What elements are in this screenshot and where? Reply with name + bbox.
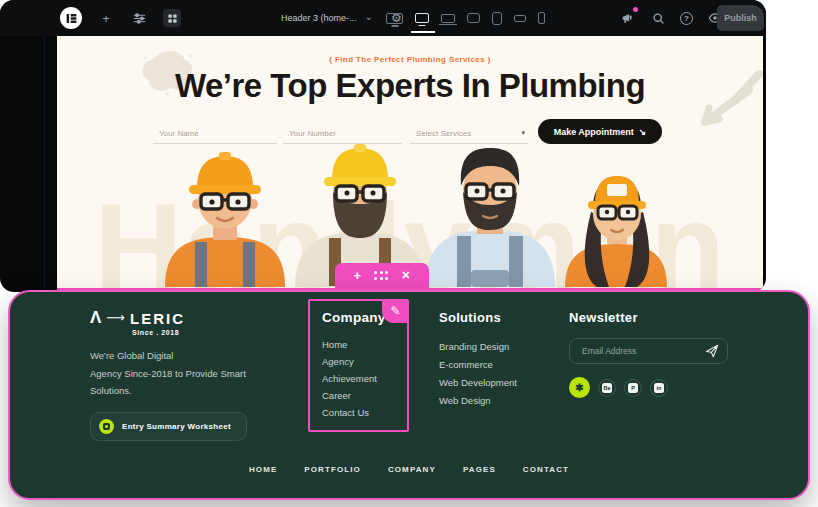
newsletter-column: Newsletter ✱ Be P in [569, 310, 737, 398]
canvas-margin-guide [44, 36, 45, 292]
editor-window: + Header 3 (home-... ⌄ ⚙ [0, 0, 766, 292]
add-element-icon[interactable]: + [97, 9, 115, 27]
notification-dot [633, 7, 638, 12]
email-input[interactable] [570, 339, 727, 363]
dribbble-icon[interactable]: ✱ [569, 377, 590, 398]
solutions-link[interactable]: Web Design [439, 392, 517, 410]
company-link[interactable]: Agency [322, 353, 395, 370]
responsive-device-bar [386, 0, 566, 36]
appointment-form: ▾ Make Appointment ↘ [57, 122, 763, 150]
elementor-logo-icon[interactable] [60, 7, 82, 29]
device-tablet-portrait-icon[interactable] [492, 12, 502, 25]
device-mobile-portrait-icon[interactable] [538, 12, 545, 24]
logo-text: LERIC [130, 310, 185, 327]
behance-icon[interactable]: Be [598, 379, 616, 397]
company-column-selected[interactable]: Company ✎ Home Agency Achievement Career… [308, 299, 409, 432]
screenshot-stage: + Header 3 (home-... ⌄ ⚙ [0, 0, 818, 507]
name-input[interactable] [153, 123, 277, 144]
hero-tagline: ( Find The Perfect Plumbing Services ) [57, 55, 763, 64]
edit-pencil-icon[interactable]: ✎ [382, 299, 409, 323]
nav-portfolio[interactable]: PORTFOLIO [304, 465, 361, 474]
hero-title: We’re Top Experts In Plumbing [57, 67, 763, 105]
company-link[interactable]: Home [322, 336, 395, 353]
device-desktop-icon[interactable] [415, 13, 429, 23]
company-link[interactable]: Career [322, 387, 395, 404]
footer-nav: HOME PORTFOLIO COMPANY PAGES CONTACT [10, 465, 808, 474]
linkedin-icon[interactable]: in [650, 379, 668, 397]
worksheet-button[interactable]: Entry Summary Worksheet [90, 412, 247, 441]
nav-pages[interactable]: PAGES [463, 465, 496, 474]
social-icons-row: ✱ Be P in [569, 377, 737, 398]
solutions-link[interactable]: Web Development [439, 374, 517, 392]
add-section-icon[interactable]: + [354, 269, 362, 282]
brand-description: We're Global Digital Agency Since-2018 t… [90, 347, 315, 400]
email-field[interactable] [569, 338, 728, 364]
send-paper-plane-icon[interactable] [705, 344, 719, 361]
device-tablet-landscape-icon[interactable] [467, 13, 480, 23]
footer-brand-block: Λ ⟶ LERIC Since . 2018 We're Global Digi… [90, 308, 315, 441]
logo-lambda-glyph: Λ [90, 308, 101, 328]
solutions-link[interactable]: E-commerce [439, 356, 517, 374]
drag-handle-icon[interactable] [374, 271, 388, 280]
number-input[interactable] [283, 123, 402, 144]
name-field[interactable] [153, 122, 277, 144]
solutions-heading: Solutions [439, 310, 517, 325]
number-field[interactable] [283, 122, 402, 144]
logo-arrow-icon: ⟶ [106, 310, 125, 325]
company-link[interactable]: Achievement [322, 370, 395, 387]
search-icon[interactable] [649, 9, 667, 27]
company-link[interactable]: Contact Us [322, 404, 395, 421]
whats-new-megaphone-icon[interactable] [618, 9, 636, 27]
services-select[interactable]: ▾ [410, 122, 528, 144]
site-canvas: ( Find The Perfect Plumbing Services ) W… [57, 36, 763, 292]
chevron-down-icon[interactable]: ⌄ [365, 11, 373, 22]
pinterest-icon[interactable]: P [624, 379, 642, 397]
nav-home[interactable]: HOME [249, 465, 277, 474]
site-settings-sliders-icon[interactable] [130, 9, 148, 27]
arrow-down-right-icon: ↘ [639, 127, 647, 137]
editor-topbar: + Header 3 (home-... ⌄ ⚙ [0, 0, 766, 36]
device-mobile-landscape-icon[interactable] [514, 15, 526, 22]
nav-contact[interactable]: CONTACT [523, 465, 569, 474]
select-chevron-icon: ▾ [521, 129, 525, 137]
services-input[interactable] [410, 123, 528, 144]
device-widescreen-icon[interactable] [386, 13, 403, 24]
newsletter-heading: Newsletter [569, 310, 737, 325]
publish-button[interactable]: Publish [717, 5, 764, 31]
structure-layers-icon[interactable] [163, 9, 181, 27]
footer-section: Λ ⟶ LERIC Since . 2018 We're Global Digi… [8, 290, 810, 500]
close-icon[interactable]: ✕ [401, 270, 410, 281]
brand-logo: Λ ⟶ LERIC [90, 308, 315, 328]
device-laptop-icon[interactable] [441, 14, 455, 23]
help-icon[interactable]: ? [680, 12, 693, 25]
section-handle-toolbar: + ✕ [335, 263, 429, 288]
solutions-column: Solutions Branding Design E-commerce Web… [439, 310, 517, 410]
solutions-link[interactable]: Branding Design [439, 338, 517, 356]
document-switcher[interactable]: Header 3 (home-... [281, 13, 357, 23]
worksheet-icon [99, 419, 114, 434]
brand-since: Since . 2018 [132, 329, 315, 336]
nav-company[interactable]: COMPANY [388, 465, 436, 474]
make-appointment-button[interactable]: Make Appointment ↘ [538, 119, 662, 144]
